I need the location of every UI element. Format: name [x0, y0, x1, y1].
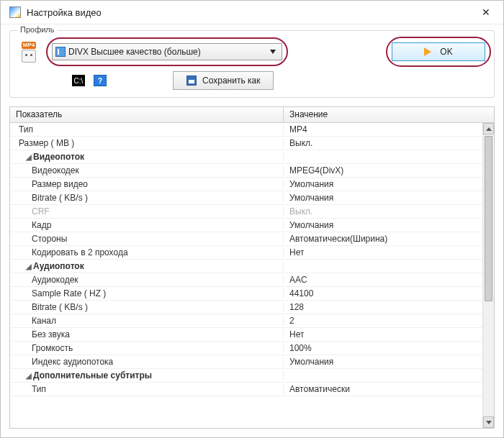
grid-value: 44100: [284, 288, 494, 298]
grid-value: 2: [284, 316, 494, 326]
mp4-badge: MP4: [22, 42, 36, 49]
ok-button[interactable]: OK: [392, 42, 485, 61]
grid-row[interactable]: Sample Rate ( HZ )44100: [10, 287, 494, 301]
grid-key: Аудиокодек: [10, 275, 284, 285]
ok-button-wrap: OK: [392, 42, 485, 61]
grid-row[interactable]: Канал2: [10, 314, 494, 328]
grid-key: ◢Дополнительные субтитры: [10, 370, 284, 380]
profile-combobox[interactable]: DIVX Высшее качество (больше): [52, 43, 282, 60]
grid-row[interactable]: ВидеокодекMPEG4(DivX): [10, 164, 494, 178]
grid-row[interactable]: Размер ( MB )Выкл.: [10, 137, 494, 150]
profile-legend: Профиль: [17, 25, 58, 34]
properties-grid: Показатель Значение ТипMP4Размер ( MB )В…: [9, 106, 495, 429]
collapse-icon[interactable]: ◢: [26, 372, 32, 380]
grid-section-row[interactable]: ◢Видеопоток: [10, 150, 494, 164]
grid-value: Автоматически: [284, 384, 494, 394]
grid-row[interactable]: ТипMP4: [10, 123, 494, 137]
grid-key: Стороны: [10, 234, 284, 244]
grid-key: Кодировать в 2 прохода: [10, 247, 284, 257]
grid-value: Нет: [284, 247, 494, 257]
grid-row[interactable]: Размер видеоУмолчания: [10, 178, 494, 191]
grid-key: Видеокодек: [10, 165, 284, 175]
grid-key: Тип: [10, 124, 284, 134]
grid-row[interactable]: Без звукаНет: [10, 328, 494, 342]
save-as-label: Сохранить как: [202, 76, 260, 86]
titlebar: Настройка видео ✕: [1, 1, 503, 24]
grid-section-row[interactable]: ◢Аудиопоток: [10, 260, 494, 273]
grid-key: Канал: [10, 316, 284, 326]
grid-value: Умолчания: [284, 357, 494, 367]
help-icon[interactable]: ?: [94, 75, 107, 86]
grid-value: MPEG4(DivX): [284, 165, 494, 175]
profile-combo-value: DIVX Высшее качество (больше): [68, 47, 267, 57]
window-title: Настройка видео: [27, 7, 477, 18]
grid-value: Умолчания: [284, 179, 494, 189]
grid-header-key: Показатель: [10, 107, 284, 122]
grid-value: Умолчания: [284, 193, 494, 203]
grid-key: Bitrate ( KB/s ): [10, 302, 284, 312]
cmd-icon[interactable]: C:\: [72, 75, 85, 86]
collapse-icon[interactable]: ◢: [26, 263, 32, 270]
grid-value: 128: [284, 302, 494, 312]
grid-rows-container: ТипMP4Размер ( MB )Выкл.◢ВидеопотокВидео…: [10, 123, 494, 428]
grid-section-row[interactable]: ◢Дополнительные субтитры: [10, 369, 494, 383]
grid-key: Размер ( MB ): [10, 138, 284, 148]
chevron-down-icon: [270, 50, 276, 54]
grid-value: Умолчания: [284, 220, 494, 230]
save-as-button[interactable]: Сохранить как: [173, 71, 274, 90]
grid-row[interactable]: КадрУмолчания: [10, 219, 494, 232]
scroll-up-button[interactable]: [483, 123, 494, 134]
profile-groupbox: Профиль MP4 DIVX Высшее качество (больше…: [9, 30, 495, 98]
grid-row[interactable]: ТипАвтоматически: [10, 383, 494, 396]
grid-key: CRF: [10, 206, 284, 216]
grid-key: Sample Rate ( HZ ): [10, 288, 284, 298]
file-face-icon: [22, 50, 36, 63]
grid-value: AAC: [284, 275, 494, 285]
grid-key: Тип: [10, 384, 284, 394]
grid-row[interactable]: CRFВыкл.: [10, 205, 494, 219]
grid-key: Индекс аудиопотока: [10, 357, 284, 367]
grid-row[interactable]: Bitrate ( KB/s )128: [10, 301, 494, 314]
grid-row[interactable]: СтороныАвтоматически(Ширина): [10, 232, 494, 246]
floppy-icon: [186, 76, 197, 86]
grid-row[interactable]: Индекс аудиопотокаУмолчания: [10, 355, 494, 369]
grid-key: Кадр: [10, 220, 284, 230]
grid-key: Bitrate ( KB/s ): [10, 193, 284, 203]
scroll-thumb[interactable]: [485, 136, 492, 301]
app-icon: [9, 6, 21, 18]
grid-key: Без звука: [10, 329, 284, 339]
profile-combo-wrap: DIVX Высшее качество (больше): [52, 43, 282, 60]
film-icon: [55, 47, 66, 57]
grid-key: Громкость: [10, 343, 284, 353]
grid-row[interactable]: Bitrate ( KB/s )Умолчания: [10, 191, 494, 205]
grid-value: MP4: [284, 124, 494, 134]
grid-row[interactable]: АудиокодекAAC: [10, 273, 494, 287]
video-settings-window: Настройка видео ✕ Профиль MP4 DIVX Высше…: [0, 0, 504, 438]
grid-value: Выкл.: [284, 206, 494, 216]
ok-button-label: OK: [440, 47, 452, 57]
grid-value: Нет: [284, 329, 494, 339]
grid-row[interactable]: Кодировать в 2 проходаНет: [10, 246, 494, 260]
grid-key: ◢Аудиопоток: [10, 261, 284, 271]
profile-row-tools: C:\ ? Сохранить как: [72, 71, 485, 90]
scroll-down-button[interactable]: [483, 416, 494, 428]
grid-key: Размер видео: [10, 179, 284, 189]
grid-value: 100%: [284, 343, 494, 353]
file-type-icon: MP4: [19, 41, 39, 63]
grid-value: Автоматически(Ширина): [284, 234, 494, 244]
close-icon[interactable]: ✕: [477, 6, 495, 18]
grid-value: Выкл.: [284, 138, 494, 148]
arrow-right-icon: [424, 47, 431, 56]
collapse-icon[interactable]: ◢: [26, 153, 32, 161]
grid-row[interactable]: Громкость100%: [10, 342, 494, 355]
grid-key: ◢Видеопоток: [10, 152, 284, 162]
profile-row-main: MP4 DIVX Высшее качество (больше) OK: [19, 41, 485, 63]
grid-header: Показатель Значение: [10, 107, 494, 123]
grid-body: ТипMP4Размер ( MB )Выкл.◢ВидеопотокВидео…: [10, 123, 494, 428]
vertical-scrollbar[interactable]: [482, 123, 494, 428]
grid-header-val: Значение: [284, 107, 494, 122]
